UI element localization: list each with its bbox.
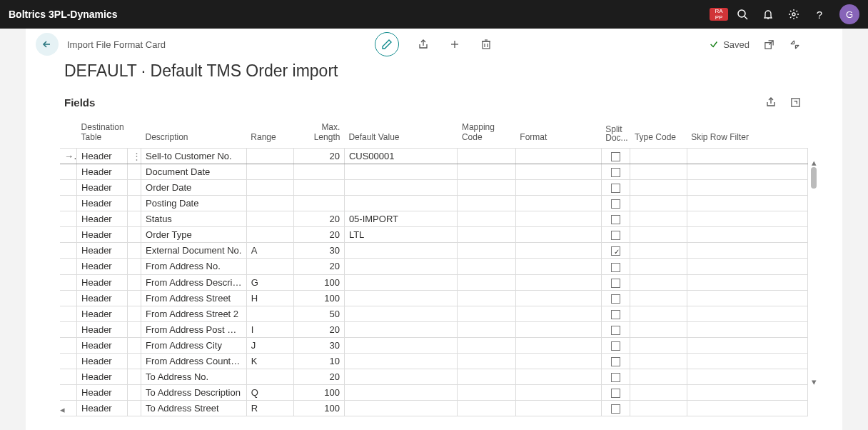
row-selector[interactable] xyxy=(60,196,77,211)
cell-default[interactable]: LTL xyxy=(344,227,458,243)
cell-split[interactable] xyxy=(601,290,630,306)
cell-range[interactable] xyxy=(246,306,293,321)
cell-dest[interactable]: Header xyxy=(77,290,128,306)
row-menu-icon[interactable] xyxy=(127,259,141,274)
cell-default[interactable]: 05-IMPORT xyxy=(344,211,458,227)
cell-max[interactable]: 30 xyxy=(294,337,345,353)
col-dest[interactable]: Destination Table xyxy=(77,119,128,149)
cell-skip[interactable] xyxy=(687,290,807,306)
cell-type[interactable] xyxy=(630,353,687,369)
col-desc[interactable]: Description xyxy=(141,119,247,149)
cell-desc[interactable]: External Document No. xyxy=(141,243,247,259)
table-row[interactable]: HeaderTo Address No.20 xyxy=(60,369,808,384)
cell-type[interactable] xyxy=(630,196,687,211)
cell-skip[interactable] xyxy=(687,149,807,164)
cell-type[interactable] xyxy=(630,337,687,353)
cell-default[interactable] xyxy=(344,259,458,274)
row-menu-icon[interactable] xyxy=(127,274,141,290)
row-selector[interactable] xyxy=(60,337,77,353)
table-row[interactable]: →Header⋮Sell-to Customer No.20CUS00001 xyxy=(60,149,808,164)
cell-map[interactable] xyxy=(458,196,515,211)
table-row[interactable]: HeaderTo Address DescriptionQ100 xyxy=(60,384,808,400)
cell-range[interactable] xyxy=(246,196,293,211)
cell-map[interactable] xyxy=(458,259,515,274)
cell-max[interactable]: 100 xyxy=(294,290,345,306)
cell-dest[interactable]: Header xyxy=(77,369,128,384)
cell-default[interactable] xyxy=(344,243,458,259)
cell-default[interactable] xyxy=(344,164,458,180)
cell-desc[interactable]: To Address Description xyxy=(141,384,247,400)
cell-max[interactable]: 20 xyxy=(294,321,345,337)
user-avatar[interactable]: G xyxy=(839,4,859,24)
horizontal-scrollbar[interactable]: ◂ ▸ xyxy=(60,403,792,416)
split-checkbox[interactable] xyxy=(611,341,620,351)
breadcrumb[interactable]: Import File Format Card xyxy=(67,39,166,50)
cell-default[interactable] xyxy=(344,274,458,290)
cell-default[interactable] xyxy=(344,384,458,400)
cell-skip[interactable] xyxy=(687,211,807,227)
cell-map[interactable] xyxy=(458,290,515,306)
cell-dest[interactable]: Header xyxy=(77,243,128,259)
cell-range[interactable] xyxy=(246,369,293,384)
search-icon[interactable] xyxy=(731,3,754,26)
cell-split[interactable] xyxy=(601,337,630,353)
cell-map[interactable] xyxy=(458,306,515,321)
col-skip[interactable]: Skip Row Filter xyxy=(687,119,807,149)
cell-max[interactable]: 50 xyxy=(294,306,345,321)
split-checkbox[interactable] xyxy=(611,263,620,272)
cell-skip[interactable] xyxy=(687,384,807,400)
cell-split[interactable] xyxy=(601,227,630,243)
cell-type[interactable] xyxy=(630,274,687,290)
col-max[interactable]: Max. Length xyxy=(294,119,345,149)
cell-skip[interactable] xyxy=(687,243,807,259)
cell-dest[interactable]: Header xyxy=(77,337,128,353)
row-menu-icon[interactable] xyxy=(127,353,141,369)
cell-default[interactable] xyxy=(344,180,458,196)
cell-map[interactable] xyxy=(458,384,515,400)
row-menu-icon[interactable] xyxy=(127,180,141,196)
cell-desc[interactable]: From Address Street 2 xyxy=(141,306,247,321)
cell-skip[interactable] xyxy=(687,369,807,384)
cell-dest[interactable]: Header xyxy=(77,321,128,337)
col-default[interactable]: Default Value xyxy=(344,119,458,149)
cell-range[interactable]: K xyxy=(246,353,293,369)
edit-button[interactable] xyxy=(375,32,399,56)
cell-split[interactable] xyxy=(601,369,630,384)
cell-default[interactable] xyxy=(344,290,458,306)
cell-default[interactable] xyxy=(344,321,458,337)
row-menu-icon[interactable] xyxy=(127,337,141,353)
cell-desc[interactable]: Order Type xyxy=(141,227,247,243)
split-checkbox[interactable] xyxy=(611,215,620,224)
col-type[interactable]: Type Code xyxy=(630,119,687,149)
cell-map[interactable] xyxy=(458,164,515,180)
row-selector[interactable]: → xyxy=(60,149,77,164)
section-maximize-icon[interactable] xyxy=(788,95,802,109)
cell-dest[interactable]: Header xyxy=(77,353,128,369)
cell-skip[interactable] xyxy=(687,353,807,369)
row-menu-icon[interactable] xyxy=(127,306,141,321)
row-selector[interactable] xyxy=(60,243,77,259)
cell-range[interactable]: H xyxy=(246,290,293,306)
cell-type[interactable] xyxy=(630,227,687,243)
split-checkbox[interactable] xyxy=(611,152,620,161)
cell-map[interactable] xyxy=(458,369,515,384)
cell-format[interactable] xyxy=(515,243,601,259)
cell-range[interactable]: I xyxy=(246,321,293,337)
share-icon[interactable] xyxy=(416,37,430,51)
cell-type[interactable] xyxy=(630,149,687,164)
split-checkbox[interactable] xyxy=(611,231,620,240)
cell-map[interactable] xyxy=(458,211,515,227)
cell-type[interactable] xyxy=(630,369,687,384)
section-title[interactable]: Fields xyxy=(49,96,754,109)
cell-max[interactable]: 10 xyxy=(294,353,345,369)
row-menu-icon[interactable]: ⋮ xyxy=(127,149,141,164)
cell-range[interactable]: J xyxy=(246,337,293,353)
cell-dest[interactable]: Header xyxy=(77,274,128,290)
cell-skip[interactable] xyxy=(687,259,807,274)
cell-split[interactable] xyxy=(601,384,630,400)
new-icon[interactable] xyxy=(448,37,462,51)
row-selector[interactable] xyxy=(60,259,77,274)
cell-range[interactable] xyxy=(246,149,293,164)
cell-type[interactable] xyxy=(630,321,687,337)
cell-dest[interactable]: Header xyxy=(77,227,128,243)
